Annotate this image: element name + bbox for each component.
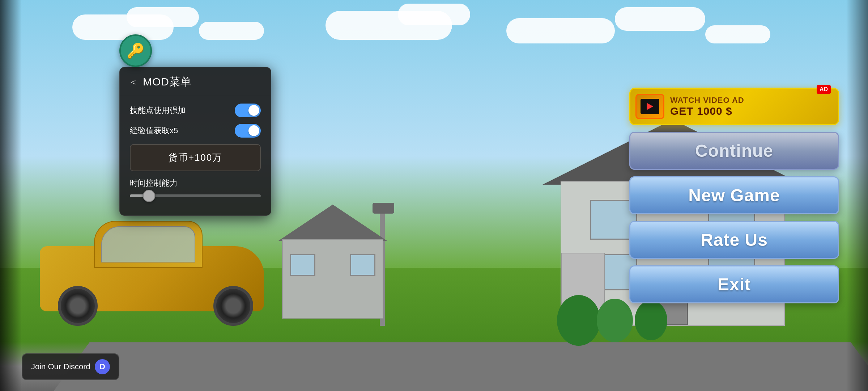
mod-panel-title: MOD菜单: [143, 75, 192, 89]
continue-button[interactable]: Continue: [629, 132, 839, 170]
ad-text-bottom: GET 1000 $: [670, 105, 744, 117]
mod-panel-header: ＜ MOD菜单: [120, 67, 271, 96]
rate-us-button[interactable]: Rate Us: [629, 221, 839, 259]
discord-button[interactable]: Join Our Discord D: [22, 353, 119, 380]
mod-exp-boost-toggle[interactable]: [235, 124, 261, 138]
mod-panel-content: 技能点使用强加 经验值获取x5 货币+100万 时间控制能力: [120, 96, 271, 205]
mod-exp-boost-row: 经验值获取x5: [130, 124, 261, 138]
ad-tv-screen: [641, 99, 659, 114]
ad-text-top: WATCH VIDEO AD: [670, 96, 744, 105]
exit-button[interactable]: Exit: [629, 265, 839, 303]
discord-logo-icon: D: [95, 359, 110, 374]
ad-tv-icon: [635, 94, 664, 119]
mod-skill-boost-toggle[interactable]: [235, 104, 261, 117]
mod-back-button[interactable]: ＜: [128, 76, 138, 88]
mod-currency-button[interactable]: 货币+100万: [130, 144, 261, 171]
mod-skill-boost-row: 技能点使用强加: [130, 104, 261, 117]
ad-banner[interactable]: AD WATCH VIDEO AD GET 1000 $: [629, 88, 839, 125]
mod-exp-boost-label: 经验值获取x5: [130, 125, 178, 136]
right-menu: AD WATCH VIDEO AD GET 1000 $ Continue Ne…: [629, 88, 839, 303]
ad-badge: AD: [817, 85, 831, 94]
new-game-button[interactable]: New Game: [629, 176, 839, 214]
key-icon: 🔑: [127, 42, 145, 59]
mod-key-icon[interactable]: 🔑: [119, 34, 152, 67]
mod-time-control-section: 时间控制能力: [130, 178, 261, 197]
ad-text: WATCH VIDEO AD GET 1000 $: [670, 96, 744, 117]
mod-panel: ＜ MOD菜单 技能点使用强加 经验值获取x5 货币+100万 时: [119, 67, 271, 216]
mod-time-control-label: 时间控制能力: [130, 178, 261, 189]
mod-skill-boost-label: 技能点使用强加: [130, 105, 186, 116]
mod-time-control-slider[interactable]: [130, 194, 261, 197]
discord-label: Join Our Discord: [31, 362, 90, 371]
ad-play-icon: [647, 103, 653, 110]
